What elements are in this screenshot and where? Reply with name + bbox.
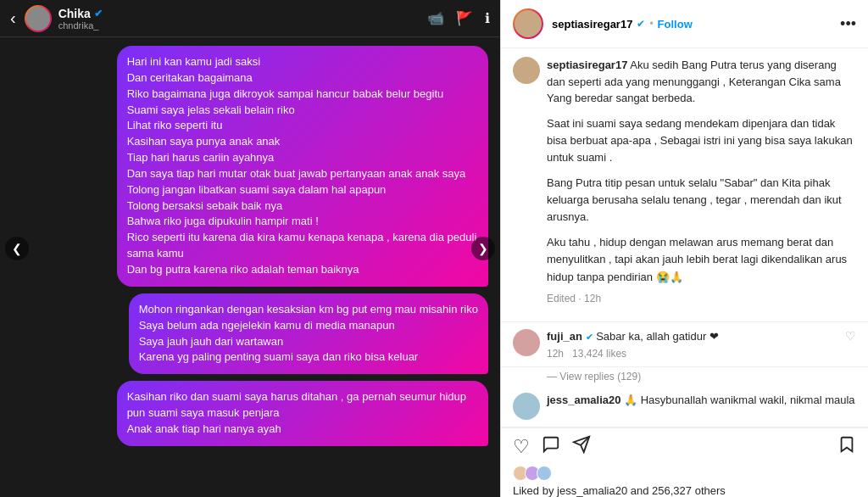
comment-1-verified: ✔ <box>586 332 593 342</box>
post-author-avatar <box>513 8 543 39</box>
dm-handle: chndrika_ <box>58 20 427 31</box>
post-likes: Liked by jess_amalia20 and 256,327 other… <box>501 466 868 497</box>
dm-user-info: Chika ✔ chndrika_ <box>58 7 427 31</box>
like-comment-1-button[interactable]: ♡ <box>845 329 856 343</box>
post-username[interactable]: septiasiregar17 <box>552 18 632 31</box>
dm-username: Chika ✔ <box>58 7 427 20</box>
comment-button[interactable] <box>542 435 560 459</box>
comment-item-2: jess_amalia20 🙏 Hasybunallah wanikmal wa… <box>501 386 868 427</box>
back-button[interactable]: ‹ <box>10 8 16 28</box>
more-options-button[interactable]: ••• <box>833 15 856 33</box>
comment-1-username[interactable]: fuji_an <box>547 330 582 343</box>
edited-info: Edited · 12h <box>547 293 856 304</box>
message-bubble-1: Hari ini kan kamu jadi saksi Dan ceritak… <box>117 46 488 287</box>
caption-para-2: Bang Putra titip pesan untuk selalu "Sab… <box>547 175 856 226</box>
comment-1-likes: 13,424 likes <box>572 348 626 360</box>
comment-1-text: fuji_an ✔ Sabar ka, allah gatidur ❤ <box>547 329 838 345</box>
view-replies-1[interactable]: — View replies (129) <box>501 367 868 386</box>
comment-1-body: fuji_an ✔ Sabar ka, allah gatidur ❤ 12h … <box>547 329 838 360</box>
post-caption: septiasiregar17 Aku sedih Bang Putra ter… <box>501 48 868 322</box>
comment-2-text: jess_amalia20 🙏 Hasybunallah wanikmal wa… <box>547 393 856 409</box>
caption-content: septiasiregar17 Aku sedih Bang Putra ter… <box>547 57 856 304</box>
post-panel: septiasiregar17 ✔ • Follow ••• septiasir… <box>500 0 868 497</box>
dm-header: ‹ Chika ✔ chndrika_ 📹 🚩 ℹ <box>0 0 500 37</box>
message-bubble-3: Kasihan riko dan suami saya harus ditaha… <box>117 381 488 446</box>
comment-item-1: fuji_an ✔ Sabar ka, allah gatidur ❤ 12h … <box>501 322 868 367</box>
share-button[interactable] <box>572 435 591 459</box>
video-call-icon[interactable]: 📹 <box>427 10 444 26</box>
post-content: septiasiregar17 Aku sedih Bang Putra ter… <box>501 48 868 497</box>
messages-container: Hari ini kan kamu jadi saksi Dan ceritak… <box>0 37 500 497</box>
comment-1-meta: 12h 13,424 likes <box>547 348 838 360</box>
comment-1-content: Sabar ka, allah gatidur ❤ <box>596 330 719 343</box>
liker-avatar-3 <box>537 466 552 481</box>
prev-arrow[interactable]: ❮ <box>5 237 29 260</box>
post-user-info: septiasiregar17 ✔ • Follow <box>552 18 833 31</box>
flag-icon[interactable]: 🚩 <box>456 10 473 26</box>
post-actions: ♡ <box>501 427 868 466</box>
dm-avatar <box>25 5 52 32</box>
dm-panel: ‹ Chika ✔ chndrika_ 📹 🚩 ℹ Hari ini kan k… <box>0 0 500 497</box>
caption-username[interactable]: septiasiregar17 <box>547 59 627 71</box>
comment-2-username[interactable]: jess_amalia20 <box>547 394 620 406</box>
caption-row: septiasiregar17 Aku sedih Bang Putra ter… <box>513 57 856 304</box>
likes-avatars <box>513 466 856 481</box>
info-icon[interactable]: ℹ <box>485 10 490 26</box>
bookmark-button[interactable] <box>837 435 856 459</box>
caption-text: septiasiregar17 Aku sedih Bang Putra ter… <box>547 57 856 107</box>
post-header: septiasiregar17 ✔ • Follow ••• <box>501 0 868 48</box>
comment-2-content: 🙏 Hasybunallah wanikmal wakil, nikmal ma… <box>624 394 855 406</box>
comment-1-time: 12h <box>547 348 564 360</box>
verified-badge: ✔ <box>94 8 103 20</box>
message-bubble-2: Mohon ringankan dengan kesaksian km bg p… <box>129 293 488 374</box>
caption-para-1: Saat ini suami saya sedang mendekam dipe… <box>547 115 856 166</box>
next-arrow[interactable]: ❯ <box>471 237 495 260</box>
follow-button[interactable]: Follow <box>658 18 693 31</box>
likes-text[interactable]: Liked by jess_amalia20 and 256,327 other… <box>513 484 726 497</box>
comment-2-avatar <box>513 393 540 420</box>
post-verified-badge: ✔ <box>637 18 645 30</box>
like-button[interactable]: ♡ <box>513 436 530 458</box>
comment-2-body: jess_amalia20 🙏 Hasybunallah wanikmal wa… <box>547 393 856 409</box>
separator-dot: • <box>649 18 653 30</box>
post-username-row: septiasiregar17 ✔ • Follow <box>552 18 833 31</box>
caption-avatar <box>513 57 540 84</box>
dm-action-icons: 📹 🚩 ℹ <box>427 10 490 26</box>
caption-para-3: Aku tahu , hidup dengan melawan arus mem… <box>547 234 856 285</box>
comment-1-avatar <box>513 329 540 356</box>
